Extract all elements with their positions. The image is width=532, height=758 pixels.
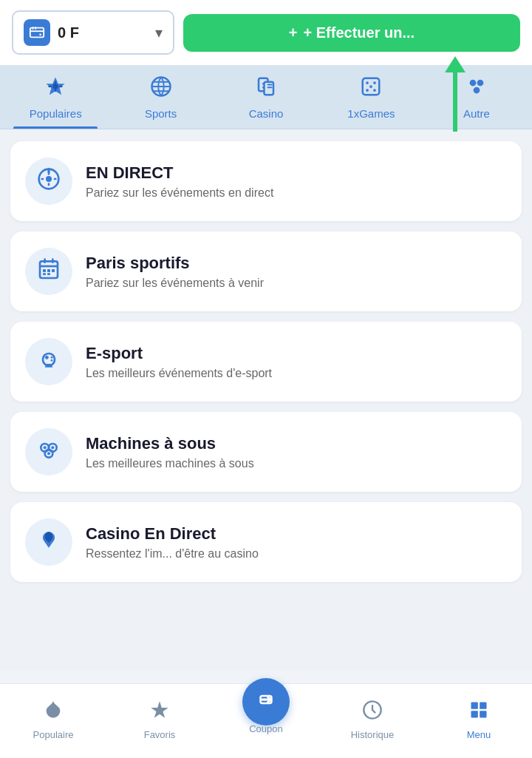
bottom-nav-coupon[interactable]: Coupon [213,678,319,734]
e-sport-subtitle: Les meilleurs événements d'e-sport [86,367,272,380]
bottom-nav-menu-label: Menu [467,729,491,740]
1xgames-icon [360,75,382,103]
svg-point-25 [51,356,53,359]
en-direct-icon [37,167,61,196]
tab-1xgames-label: 1xGames [347,107,395,120]
machines-a-sous-icon [37,438,61,467]
menu-card-e-sport[interactable]: E-sport Les meilleurs événements d'e-spo… [10,322,522,402]
svg-rect-37 [480,702,486,708]
paris-sportifs-title: Paris sportifs [86,254,264,273]
casino-icon [255,75,277,103]
svg-point-31 [51,446,54,449]
populaire-nav-icon [43,700,64,725]
paris-sportifs-text: Paris sportifs Pariez sur les événements… [86,254,264,290]
en-direct-subtitle: Pariez sur les événements en direct [86,186,273,200]
bottom-nav-favoris-label: Favoris [144,729,176,740]
tab-populaires[interactable]: Populaires [3,65,108,129]
tab-autre-label: Autre [463,107,490,120]
paris-sportifs-icon [37,257,61,286]
autre-icon [466,75,488,103]
green-arrow [445,58,466,132]
e-sport-text: E-sport Les meilleurs événements d'e-spo… [86,344,272,380]
deposit-label: + Effectuer un... [304,24,415,41]
tab-casino[interactable]: Casino [214,65,318,129]
populaires-icon [44,75,66,103]
bottom-nav-historique-label: Historique [351,729,395,740]
svg-rect-36 [471,702,478,708]
svg-rect-39 [480,711,486,717]
bottom-nav-coupon-label: Coupon [249,723,283,734]
menu-card-en-direct[interactable]: EN DIRECT Pariez sur les événements en d… [10,141,522,221]
svg-rect-21 [47,269,50,272]
plus-icon: + [289,24,298,41]
deposit-button[interactable]: + + Effectuer un... [183,14,520,52]
historique-nav-icon [362,700,383,725]
svg-rect-20 [43,269,46,272]
bottom-nav-menu[interactable]: Menu [426,700,532,740]
e-sport-icon-wrap [25,338,72,385]
svg-point-12 [374,89,377,92]
menu-card-paris-sportifs[interactable]: Paris sportifs Pariez sur les événements… [10,231,522,311]
tab-autre[interactable]: Autre [424,65,529,129]
top-bar: 0 F ▾ + + Effectuer un... [0,0,532,65]
favoris-nav-icon [149,700,170,725]
arrow-head [445,56,466,72]
coupon-icon [255,688,277,716]
coupon-circle [242,678,290,725]
svg-point-2 [52,84,58,89]
chevron-down-icon: ▾ [155,24,163,41]
bottom-nav-populaire-label: Populaire [33,729,74,740]
machines-a-sous-icon-wrap [25,428,72,476]
svg-point-30 [44,446,47,449]
bottom-nav: Populaire Favoris Coupon [0,683,532,758]
casino-en-direct-text: Casino En Direct Ressentez l'im... d'êtr… [86,524,259,561]
main-content: EN DIRECT Pariez sur les événements en d… [0,129,532,671]
svg-point-16 [473,87,480,94]
tab-casino-label: Casino [249,107,284,120]
menu-card-machines-a-sous[interactable]: Machines à sous Les meilleures machines … [10,412,522,492]
balance-amount: 0 F [58,24,148,41]
svg-rect-38 [471,711,478,717]
sports-icon [150,75,172,103]
casino-en-direct-title: Casino En Direct [86,524,259,544]
svg-point-18 [46,176,52,182]
wallet-icon [24,19,50,46]
bottom-nav-historique[interactable]: Historique [319,700,426,740]
machines-a-sous-text: Machines à sous Les meilleures machines … [86,434,254,470]
menu-card-casino-en-direct[interactable]: Casino En Direct Ressentez l'im... d'êtr… [10,502,522,582]
bottom-nav-populaire[interactable]: Populaire [0,700,106,740]
casino-en-direct-icon-wrap [25,518,72,566]
svg-point-6 [262,83,265,85]
en-direct-icon-wrap [25,158,72,205]
bottom-spacer [10,592,522,659]
casino-en-direct-subtitle: Ressentez l'im... d'être au casino [86,547,259,561]
bottom-nav-favoris[interactable]: Favoris [106,700,213,740]
balance-selector[interactable]: 0 F ▾ [12,10,174,55]
tab-populaires-label: Populaires [30,107,82,120]
svg-point-14 [469,80,476,87]
machines-a-sous-title: Machines à sous [86,434,254,453]
svg-rect-5 [265,82,274,95]
svg-rect-22 [52,269,55,272]
svg-rect-23 [43,273,46,275]
svg-point-26 [51,359,53,362]
tab-sports[interactable]: Sports [108,65,213,129]
svg-point-13 [370,85,373,88]
paris-sportifs-icon-wrap [25,248,72,295]
en-direct-title: EN DIRECT [86,163,273,183]
tab-sports-label: Sports [145,107,177,120]
svg-rect-0 [30,28,44,38]
svg-point-7 [262,87,265,89]
casino-en-direct-icon [37,528,61,557]
e-sport-icon [37,348,61,376]
arrow-line [453,72,457,132]
svg-point-11 [366,89,369,92]
menu-nav-icon [468,700,489,725]
e-sport-title: E-sport [86,344,272,363]
tab-1xgames[interactable]: 1xGames [318,65,423,129]
paris-sportifs-subtitle: Pariez sur les événements à venir [86,277,264,290]
svg-point-15 [477,80,483,87]
svg-point-9 [366,81,369,84]
svg-point-32 [47,452,50,455]
en-direct-text: EN DIRECT Pariez sur les événements en d… [86,163,273,200]
